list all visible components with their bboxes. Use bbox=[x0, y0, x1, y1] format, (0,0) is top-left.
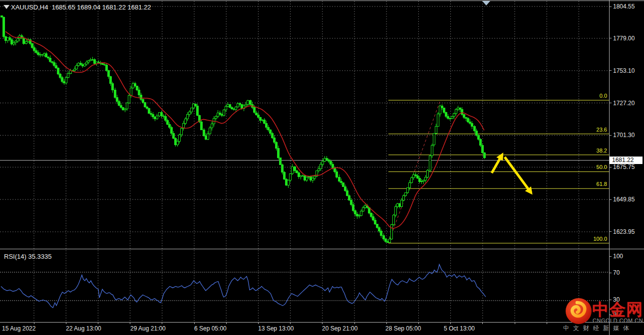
candle-body bbox=[114, 90, 116, 97]
candle-body bbox=[306, 177, 308, 180]
candle-body bbox=[92, 59, 94, 60]
rsi-panel[interactable] bbox=[0, 264, 609, 308]
candle-body bbox=[350, 200, 352, 204]
candle-body bbox=[118, 102, 120, 106]
candle-body bbox=[304, 175, 306, 180]
candle-body bbox=[385, 239, 387, 241]
candle-body bbox=[463, 115, 465, 118]
candle-body bbox=[344, 186, 346, 190]
candle-body bbox=[219, 113, 221, 115]
candle-body bbox=[225, 106, 227, 110]
candle-body bbox=[425, 177, 427, 180]
candle-body bbox=[57, 68, 59, 74]
candle-body bbox=[250, 101, 252, 105]
candle-body bbox=[300, 175, 302, 177]
time-axis-label: 6 Sep 05:00 bbox=[194, 325, 227, 332]
candle-body bbox=[110, 77, 112, 84]
candle-body bbox=[161, 113, 163, 116]
candle-body bbox=[13, 42, 15, 44]
candle-body bbox=[70, 71, 72, 74]
candle-body bbox=[266, 123, 268, 127]
candle-body bbox=[419, 178, 421, 182]
ma-line bbox=[5, 31, 484, 228]
candle-body bbox=[310, 176, 312, 180]
candle-body bbox=[171, 128, 173, 134]
candle-body bbox=[340, 181, 342, 182]
fibonacci-retracement[interactable] bbox=[388, 100, 609, 243]
annotation-arrow-down[interactable] bbox=[505, 157, 531, 193]
candle-body bbox=[270, 130, 272, 133]
candle-body bbox=[247, 101, 249, 105]
candle-body bbox=[150, 113, 152, 114]
candle-body bbox=[284, 172, 286, 179]
candle-body bbox=[86, 62, 88, 64]
annotation-arrow-up[interactable] bbox=[492, 155, 502, 173]
candle-body bbox=[352, 204, 354, 210]
candle-body bbox=[358, 216, 360, 216]
price-axis-label: 1727.20 bbox=[613, 100, 635, 107]
candle-body bbox=[449, 118, 451, 119]
candle-body bbox=[201, 122, 203, 130]
candle-body bbox=[276, 143, 278, 149]
time-axis-label: 13 Sep 13:00 bbox=[258, 325, 294, 332]
price-axis-label: 1701.30 bbox=[613, 132, 635, 139]
candle-body bbox=[207, 134, 209, 140]
fib-level-label: 0.0 bbox=[563, 93, 607, 99]
candle-body bbox=[229, 105, 231, 108]
candle-body bbox=[61, 77, 63, 81]
candle-body bbox=[53, 62, 55, 65]
candle-body bbox=[191, 108, 193, 112]
candle-body bbox=[43, 54, 45, 55]
candle-body bbox=[128, 95, 130, 103]
candle-body bbox=[3, 17, 5, 37]
candle-body bbox=[447, 116, 449, 118]
candle-body bbox=[290, 174, 292, 180]
candle-body bbox=[15, 41, 17, 42]
candle-body bbox=[179, 135, 181, 141]
candle-body bbox=[407, 188, 409, 193]
candle-body bbox=[411, 178, 413, 183]
candlesticks bbox=[1, 15, 486, 243]
candle-body bbox=[169, 125, 171, 128]
candle-body bbox=[346, 190, 348, 196]
candle-body bbox=[185, 119, 187, 123]
candle-body bbox=[457, 108, 459, 110]
candle-body bbox=[181, 128, 183, 135]
candle-body bbox=[239, 104, 241, 105]
time-axis-label: 5 Oct 13:00 bbox=[444, 325, 475, 332]
candle-body bbox=[372, 216, 374, 220]
candle-body bbox=[59, 74, 61, 77]
candle-body bbox=[233, 109, 235, 110]
scroll-to-end-marker[interactable] bbox=[482, 1, 490, 5]
candle-body bbox=[231, 108, 233, 109]
candle-body bbox=[476, 131, 478, 136]
candle-body bbox=[330, 162, 332, 164]
candle-body bbox=[96, 62, 98, 63]
candle-body bbox=[328, 160, 330, 162]
chart-canvas[interactable] bbox=[0, 0, 644, 335]
candle-body bbox=[286, 179, 288, 185]
candle-body bbox=[368, 208, 370, 213]
candle-body bbox=[338, 177, 340, 181]
mt4-terminal-window: XAUUSD,H4 1685.65 1689.04 1681.22 1681.2… bbox=[0, 0, 644, 335]
candle-body bbox=[245, 104, 247, 106]
current-price-tag: 1681.22 bbox=[610, 157, 643, 164]
candle-body bbox=[376, 224, 378, 227]
candle-body bbox=[51, 62, 53, 63]
time-axis-label: 22 Aug 13:00 bbox=[66, 325, 101, 332]
candle-body bbox=[98, 62, 100, 63]
grid-lines bbox=[0, 1, 609, 322]
candle-body bbox=[395, 206, 397, 215]
candle-body bbox=[205, 136, 207, 139]
candle-body bbox=[370, 213, 372, 216]
logo-swirl-icon bbox=[566, 298, 592, 324]
candle-body bbox=[484, 153, 486, 158]
candle-body bbox=[165, 117, 167, 121]
rsi-axis-label: 70 bbox=[613, 269, 620, 276]
candle-body bbox=[260, 117, 262, 120]
candle-body bbox=[401, 200, 403, 207]
candle-body bbox=[294, 167, 296, 171]
symbol-dropdown-icon[interactable] bbox=[3, 5, 9, 9]
candle-body bbox=[7, 38, 9, 41]
candle-body bbox=[67, 73, 69, 77]
